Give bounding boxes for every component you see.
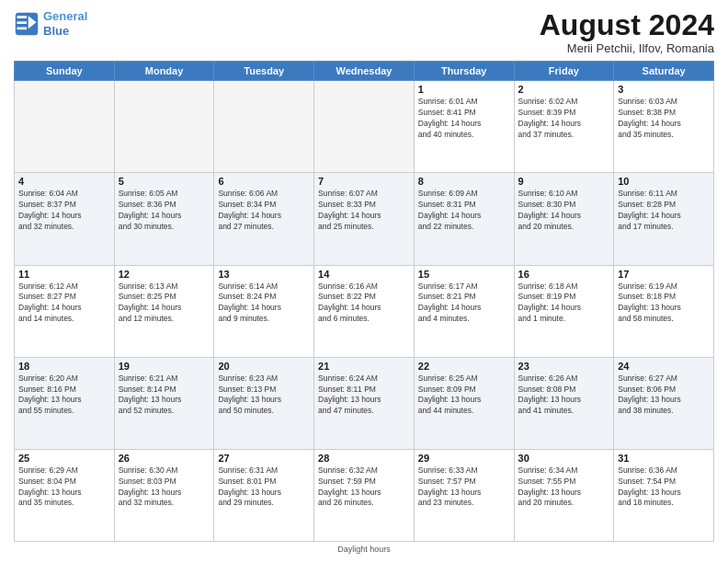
day-number: 17 <box>618 269 710 280</box>
day-info: Sunrise: 6:06 AM Sunset: 8:34 PM Dayligh… <box>218 189 310 233</box>
day-info: Sunrise: 6:32 AM Sunset: 7:59 PM Dayligh… <box>318 465 410 510</box>
day-number: 12 <box>119 269 210 280</box>
svg-rect-4 <box>17 27 28 29</box>
logo-text: General Blue <box>43 9 87 38</box>
day-info: Sunrise: 6:25 AM Sunset: 8:09 PM Dayligh… <box>418 373 510 418</box>
day-info: Sunrise: 6:33 AM Sunset: 7:57 PM Dayligh… <box>418 465 510 510</box>
day-number: 21 <box>318 361 410 372</box>
day-number: 26 <box>119 453 210 464</box>
day-info: Sunrise: 6:24 AM Sunset: 8:11 PM Dayligh… <box>318 373 410 418</box>
calendar-cell: 16Sunrise: 6:18 AM Sunset: 8:19 PM Dayli… <box>514 265 614 357</box>
footer-note: Daylight hours <box>14 545 714 554</box>
calendar-week-3: 11Sunrise: 6:12 AM Sunset: 8:27 PM Dayli… <box>15 265 714 357</box>
day-number: 14 <box>318 269 410 280</box>
day-number: 18 <box>18 361 110 372</box>
calendar-cell: 18Sunrise: 6:20 AM Sunset: 8:16 PM Dayli… <box>15 357 115 449</box>
day-number: 19 <box>119 361 210 372</box>
calendar-cell: 30Sunrise: 6:34 AM Sunset: 7:55 PM Dayli… <box>514 449 614 541</box>
day-number: 22 <box>418 361 510 372</box>
calendar-cell: 20Sunrise: 6:23 AM Sunset: 8:13 PM Dayli… <box>214 357 314 449</box>
month-title: August 2024 <box>540 9 714 41</box>
day-number: 2 <box>518 84 610 95</box>
day-number: 15 <box>418 269 510 280</box>
calendar-cell: 11Sunrise: 6:12 AM Sunset: 8:27 PM Dayli… <box>15 265 115 357</box>
calendar-header-row: SundayMondayTuesdayWednesdayThursdayFrid… <box>15 62 714 81</box>
title-block: August 2024 Merii Petchii, Ilfov, Romani… <box>540 9 714 55</box>
calendar-cell: 1Sunrise: 6:01 AM Sunset: 8:41 PM Daylig… <box>414 81 514 173</box>
calendar-cell: 21Sunrise: 6:24 AM Sunset: 8:11 PM Dayli… <box>314 357 415 449</box>
day-number: 27 <box>218 453 310 464</box>
logo-line2: Blue <box>43 24 69 38</box>
calendar-week-5: 25Sunrise: 6:29 AM Sunset: 8:04 PM Dayli… <box>15 449 714 541</box>
day-info: Sunrise: 6:03 AM Sunset: 8:38 PM Dayligh… <box>618 97 710 141</box>
day-number: 25 <box>18 453 110 464</box>
day-info: Sunrise: 6:31 AM Sunset: 8:01 PM Dayligh… <box>218 465 310 510</box>
calendar-week-1: 1Sunrise: 6:01 AM Sunset: 8:41 PM Daylig… <box>15 81 714 173</box>
calendar-week-4: 18Sunrise: 6:20 AM Sunset: 8:16 PM Dayli… <box>15 357 714 449</box>
calendar-header-tuesday: Tuesday <box>214 62 314 81</box>
day-number: 9 <box>518 176 610 187</box>
calendar-cell: 4Sunrise: 6:04 AM Sunset: 8:37 PM Daylig… <box>15 173 115 265</box>
calendar-cell: 29Sunrise: 6:33 AM Sunset: 7:57 PM Dayli… <box>414 449 514 541</box>
day-number: 11 <box>18 269 110 280</box>
calendar-cell: 19Sunrise: 6:21 AM Sunset: 8:14 PM Dayli… <box>114 357 214 449</box>
calendar-cell: 28Sunrise: 6:32 AM Sunset: 7:59 PM Dayli… <box>314 449 415 541</box>
day-info: Sunrise: 6:14 AM Sunset: 8:24 PM Dayligh… <box>218 282 310 326</box>
calendar-header-friday: Friday <box>514 62 614 81</box>
calendar-cell <box>214 81 314 173</box>
day-info: Sunrise: 6:34 AM Sunset: 7:55 PM Dayligh… <box>518 465 610 510</box>
day-info: Sunrise: 6:10 AM Sunset: 8:30 PM Dayligh… <box>518 189 610 233</box>
page: General Blue August 2024 Merii Petchii, … <box>0 0 728 563</box>
svg-rect-3 <box>17 21 28 24</box>
calendar-cell: 31Sunrise: 6:36 AM Sunset: 7:54 PM Dayli… <box>614 449 714 541</box>
logo-icon <box>14 11 40 37</box>
calendar-cell: 5Sunrise: 6:05 AM Sunset: 8:36 PM Daylig… <box>114 173 214 265</box>
calendar-cell: 24Sunrise: 6:27 AM Sunset: 8:06 PM Dayli… <box>614 357 714 449</box>
calendar-cell: 15Sunrise: 6:17 AM Sunset: 8:21 PM Dayli… <box>414 265 514 357</box>
day-number: 3 <box>618 84 710 95</box>
calendar-cell: 13Sunrise: 6:14 AM Sunset: 8:24 PM Dayli… <box>214 265 314 357</box>
svg-rect-2 <box>17 16 28 18</box>
day-info: Sunrise: 6:23 AM Sunset: 8:13 PM Dayligh… <box>218 373 310 418</box>
day-info: Sunrise: 6:26 AM Sunset: 8:08 PM Dayligh… <box>518 373 610 418</box>
day-number: 6 <box>218 176 310 187</box>
calendar-cell: 14Sunrise: 6:16 AM Sunset: 8:22 PM Dayli… <box>314 265 415 357</box>
calendar-cell: 2Sunrise: 6:02 AM Sunset: 8:39 PM Daylig… <box>514 81 614 173</box>
day-info: Sunrise: 6:05 AM Sunset: 8:36 PM Dayligh… <box>119 189 210 233</box>
day-info: Sunrise: 6:21 AM Sunset: 8:14 PM Dayligh… <box>119 373 210 418</box>
calendar-cell: 22Sunrise: 6:25 AM Sunset: 8:09 PM Dayli… <box>414 357 514 449</box>
day-info: Sunrise: 6:29 AM Sunset: 8:04 PM Dayligh… <box>18 465 110 510</box>
day-number: 8 <box>418 176 510 187</box>
day-info: Sunrise: 6:07 AM Sunset: 8:33 PM Dayligh… <box>318 189 410 233</box>
day-info: Sunrise: 6:13 AM Sunset: 8:25 PM Dayligh… <box>119 282 210 326</box>
calendar-cell: 10Sunrise: 6:11 AM Sunset: 8:28 PM Dayli… <box>614 173 714 265</box>
calendar-cell: 12Sunrise: 6:13 AM Sunset: 8:25 PM Dayli… <box>114 265 214 357</box>
day-number: 29 <box>418 453 510 464</box>
day-info: Sunrise: 6:19 AM Sunset: 8:18 PM Dayligh… <box>618 282 710 326</box>
calendar-cell: 26Sunrise: 6:30 AM Sunset: 8:03 PM Dayli… <box>114 449 214 541</box>
day-number: 30 <box>518 453 610 464</box>
calendar-cell: 27Sunrise: 6:31 AM Sunset: 8:01 PM Dayli… <box>214 449 314 541</box>
location-subtitle: Merii Petchii, Ilfov, Romania <box>540 41 714 55</box>
calendar-week-2: 4Sunrise: 6:04 AM Sunset: 8:37 PM Daylig… <box>15 173 714 265</box>
calendar-cell: 9Sunrise: 6:10 AM Sunset: 8:30 PM Daylig… <box>514 173 614 265</box>
day-number: 10 <box>618 176 710 187</box>
day-number: 16 <box>518 269 610 280</box>
calendar-header-thursday: Thursday <box>414 62 514 81</box>
day-number: 13 <box>218 269 310 280</box>
calendar-cell: 17Sunrise: 6:19 AM Sunset: 8:18 PM Dayli… <box>614 265 714 357</box>
day-number: 7 <box>318 176 410 187</box>
day-info: Sunrise: 6:20 AM Sunset: 8:16 PM Dayligh… <box>18 373 110 418</box>
day-info: Sunrise: 6:11 AM Sunset: 8:28 PM Dayligh… <box>618 189 710 233</box>
day-info: Sunrise: 6:04 AM Sunset: 8:37 PM Dayligh… <box>18 189 110 233</box>
day-number: 28 <box>318 453 410 464</box>
day-info: Sunrise: 6:02 AM Sunset: 8:39 PM Dayligh… <box>518 97 610 141</box>
calendar-table: SundayMondayTuesdayWednesdayThursdayFrid… <box>14 61 714 542</box>
calendar-cell: 6Sunrise: 6:06 AM Sunset: 8:34 PM Daylig… <box>214 173 314 265</box>
day-info: Sunrise: 6:36 AM Sunset: 7:54 PM Dayligh… <box>618 465 710 510</box>
day-number: 24 <box>618 361 710 372</box>
day-number: 20 <box>218 361 310 372</box>
calendar-cell: 7Sunrise: 6:07 AM Sunset: 8:33 PM Daylig… <box>314 173 415 265</box>
day-info: Sunrise: 6:27 AM Sunset: 8:06 PM Dayligh… <box>618 373 710 418</box>
day-info: Sunrise: 6:12 AM Sunset: 8:27 PM Dayligh… <box>18 282 110 326</box>
